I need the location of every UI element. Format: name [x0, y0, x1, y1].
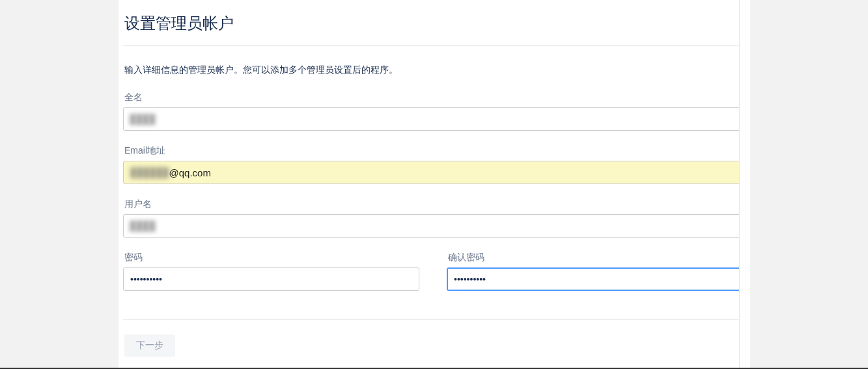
password-field: 密码	[123, 252, 419, 291]
email-redacted-prefix: ██████	[130, 167, 169, 178]
scrollbar-track[interactable]	[739, 0, 750, 369]
next-button[interactable]: 下一步	[124, 335, 175, 357]
email-input[interactable]: ██████ @qq.com	[123, 161, 745, 184]
confirm-password-field: 确认密码	[447, 252, 743, 291]
password-input[interactable]	[123, 267, 419, 291]
password-label: 密码	[124, 252, 419, 264]
bottom-divider	[123, 320, 745, 320]
fullname-field: 全名 ████	[123, 92, 745, 131]
fullname-input-wrap: ████	[123, 107, 745, 131]
password-row: 密码 确认密码	[123, 252, 745, 305]
email-content: ██████ @qq.com	[124, 161, 744, 184]
username-field: 用户名 ████	[123, 198, 745, 238]
content-area: 设置管理员帐户 输入详细信息的管理员帐户。您可以添加多个管理员设置后的程序。 全…	[123, 0, 745, 369]
username-input[interactable]	[123, 214, 745, 238]
top-divider	[123, 46, 745, 46]
username-label: 用户名	[124, 198, 745, 210]
email-label: Email地址	[124, 145, 745, 157]
intro-text: 输入详细信息的管理员帐户。您可以添加多个管理员设置后的程序。	[124, 64, 745, 76]
confirm-password-input[interactable]	[447, 267, 743, 291]
email-field: Email地址 ██████ @qq.com	[123, 145, 745, 184]
fullname-input[interactable]	[123, 107, 745, 131]
page-container: 设置管理员帐户 输入详细信息的管理员帐户。您可以添加多个管理员设置后的程序。 全…	[119, 0, 750, 369]
email-visible-suffix: @qq.com	[169, 167, 211, 178]
username-input-wrap: ████	[123, 214, 745, 238]
page-title: 设置管理员帐户	[124, 13, 745, 34]
fullname-label: 全名	[124, 92, 745, 103]
confirm-password-label: 确认密码	[448, 252, 743, 264]
